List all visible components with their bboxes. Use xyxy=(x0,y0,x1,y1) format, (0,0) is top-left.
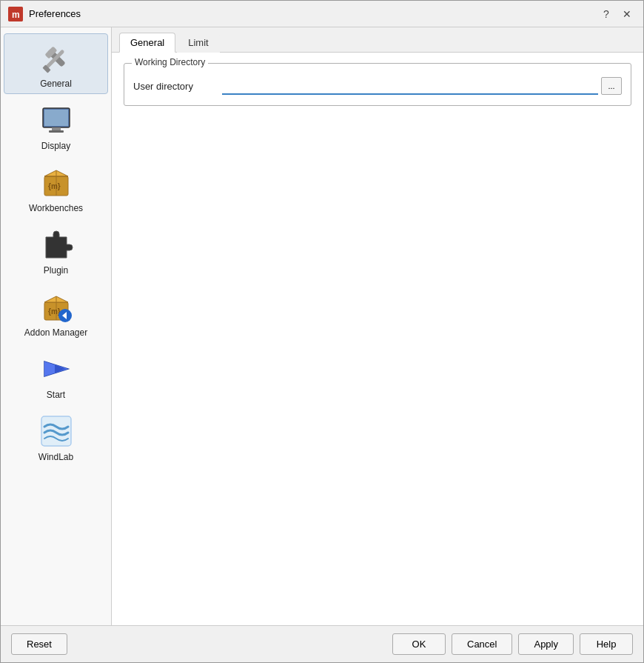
plugin-icon xyxy=(38,227,74,262)
svg-rect-7 xyxy=(44,110,68,126)
dialog-title: Preferences xyxy=(29,8,591,19)
working-directory-section: Working Directory User directory ... xyxy=(124,63,631,106)
browse-button[interactable]: ... xyxy=(601,77,622,95)
sidebar-item-addon-manager[interactable]: {m} Addon Manager xyxy=(4,282,108,343)
ok-button[interactable]: OK xyxy=(392,633,446,655)
content-area: General Limit Working Directory User dir… xyxy=(112,27,643,625)
main-content: General Display xyxy=(1,27,643,625)
working-directory-title: Working Directory xyxy=(132,57,208,67)
sidebar-label-start: Start xyxy=(47,390,65,400)
reset-button[interactable]: Reset xyxy=(11,633,67,655)
tabs: General Limit xyxy=(112,27,643,53)
sidebar-label-windlab: WindLab xyxy=(38,452,73,462)
sidebar-item-start[interactable]: Start xyxy=(4,344,108,405)
tab-general[interactable]: General xyxy=(119,33,175,53)
cancel-button[interactable]: Cancel xyxy=(452,633,512,655)
sidebar-label-workbenches: Workbenches xyxy=(29,203,83,213)
preferences-dialog: m Preferences ? ✕ xyxy=(0,0,644,663)
tab-content-general: Working Directory User directory ... xyxy=(112,53,643,625)
close-button[interactable]: ✕ xyxy=(618,5,636,23)
bottom-right-buttons: OK Cancel Apply Help xyxy=(392,633,633,655)
title-bar-controls: ? ✕ xyxy=(597,5,636,23)
sidebar-item-plugin[interactable]: Plugin xyxy=(4,220,108,281)
svg-text:m: m xyxy=(12,10,20,20)
user-directory-label: User directory xyxy=(133,81,215,92)
sidebar: General Display xyxy=(1,27,112,625)
help-bottom-button[interactable]: Help xyxy=(580,633,633,655)
addon-manager-icon: {m} xyxy=(38,289,74,324)
svg-rect-9 xyxy=(49,130,64,133)
windlab-icon xyxy=(38,413,74,449)
bottom-left-buttons: Reset xyxy=(11,633,67,655)
app-icon: m xyxy=(8,7,23,21)
help-button[interactable]: ? xyxy=(597,5,615,23)
sidebar-item-general[interactable]: General xyxy=(4,33,108,94)
apply-button[interactable]: Apply xyxy=(518,633,574,655)
sidebar-label-display: Display xyxy=(41,141,70,151)
start-icon xyxy=(38,351,74,387)
workbenches-icon: {m} xyxy=(38,164,74,200)
sidebar-item-display[interactable]: Display xyxy=(4,96,108,156)
bottom-bar: Reset OK Cancel Apply Help xyxy=(1,625,643,662)
user-directory-row: User directory ... xyxy=(133,77,622,95)
user-directory-input[interactable] xyxy=(222,77,598,95)
title-bar: m Preferences ? ✕ xyxy=(1,1,643,27)
sidebar-item-workbenches[interactable]: {m} Workbenches xyxy=(4,158,108,219)
sidebar-label-plugin: Plugin xyxy=(44,265,68,276)
sidebar-label-addon-manager: Addon Manager xyxy=(24,327,87,338)
sidebar-item-windlab[interactable]: WindLab xyxy=(4,407,108,467)
svg-text:{m}: {m} xyxy=(48,182,61,190)
sidebar-label-general: General xyxy=(40,79,72,89)
display-icon xyxy=(38,102,74,138)
general-icon xyxy=(38,40,74,76)
user-directory-input-group: ... xyxy=(222,77,622,95)
svg-rect-8 xyxy=(52,127,61,130)
tab-limit[interactable]: Limit xyxy=(177,33,219,53)
